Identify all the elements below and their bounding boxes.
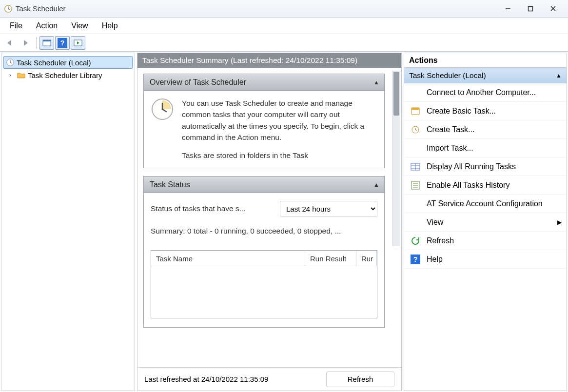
- menu-action[interactable]: Action: [29, 20, 64, 32]
- toolbar-properties-button[interactable]: [39, 36, 54, 50]
- actions-section-label: Task Scheduler (Local): [409, 71, 486, 80]
- overview-paragraph-1: You can use Task Scheduler to create and…: [182, 98, 377, 143]
- actions-panel: Actions Task Scheduler (Local) ▲ Connect…: [404, 53, 567, 391]
- toolbar-separator: [36, 37, 37, 49]
- clock-small-icon: [410, 124, 421, 135]
- grid-icon: [410, 161, 421, 172]
- app-icon: [4, 4, 13, 13]
- task-table-header: Task Name Run Result Rur: [151, 251, 377, 266]
- help-icon: ?: [58, 38, 67, 48]
- calendar-icon: [410, 106, 421, 117]
- help-icon: ?: [410, 254, 421, 265]
- toolbar-help-button[interactable]: ?: [55, 36, 70, 50]
- chevron-right-icon: ▶: [557, 219, 562, 226]
- window-title: Task Scheduler: [16, 4, 497, 13]
- task-table: Task Name Run Result Rur: [151, 250, 377, 318]
- expander-icon[interactable]: ›: [9, 72, 15, 78]
- list-icon: [410, 180, 421, 191]
- toolbar: ?: [0, 34, 568, 52]
- tree-child[interactable]: › Task Scheduler Library: [3, 69, 133, 81]
- action-item-6[interactable]: AT Service Account Configuration: [404, 195, 567, 213]
- tree-root-label: Task Scheduler (Local): [17, 59, 91, 67]
- close-button[interactable]: [542, 1, 564, 16]
- svg-rect-2: [529, 6, 533, 11]
- overview-title: Overview of Task Scheduler: [150, 78, 246, 87]
- action-item-label: Enable All Tasks History: [427, 181, 509, 190]
- action-item-label: Import Task...: [427, 144, 473, 153]
- svg-rect-6: [43, 40, 51, 41]
- action-item-2[interactable]: Create Task...: [404, 120, 567, 139]
- menu-bar: File Action View Help: [0, 18, 568, 34]
- actions-section-header[interactable]: Task Scheduler (Local) ▲: [404, 68, 567, 83]
- main-area: Task Scheduler (Local) › Task Scheduler …: [0, 52, 568, 392]
- scrollbar[interactable]: [392, 71, 400, 246]
- action-item-label: AT Service Account Configuration: [427, 199, 543, 208]
- action-item-label: Help: [427, 255, 443, 264]
- minimize-button[interactable]: [497, 1, 519, 16]
- th-run-result[interactable]: Run Result: [305, 251, 356, 266]
- action-item-8[interactable]: Refresh: [404, 232, 567, 250]
- collapse-icon[interactable]: ▲: [373, 79, 379, 86]
- overview-card: Overview of Task Scheduler ▲ You can use…: [143, 74, 385, 168]
- last-refreshed-label: Last refreshed at 24/10/2022 11:35:09: [144, 375, 268, 383]
- action-item-9[interactable]: ?Help: [404, 250, 567, 269]
- overview-header[interactable]: Overview of Task Scheduler ▲: [144, 74, 384, 91]
- scrollbar-thumb[interactable]: [393, 72, 399, 116]
- collapse-icon[interactable]: ▲: [373, 181, 379, 188]
- th-run[interactable]: Rur: [356, 251, 377, 266]
- status-card: Task Status ▲ Status of tasks that have …: [143, 176, 385, 328]
- title-bar: Task Scheduler: [0, 0, 568, 18]
- svg-rect-11: [411, 108, 419, 110]
- action-item-0[interactable]: Connect to Another Computer...: [404, 83, 567, 102]
- status-label: Status of tasks that have s...: [151, 203, 271, 214]
- nav-forward-button[interactable]: [19, 36, 33, 50]
- tree-root[interactable]: Task Scheduler (Local): [3, 56, 133, 69]
- refresh-button[interactable]: Refresh: [326, 372, 394, 387]
- action-item-label: Create Basic Task...: [427, 107, 496, 116]
- status-header[interactable]: Task Status ▲: [144, 176, 384, 193]
- action-item-label: Refresh: [427, 236, 454, 245]
- action-item-label: Create Task...: [427, 125, 474, 134]
- status-summary: Summary: 0 total - 0 running, 0 succeede…: [151, 225, 377, 236]
- th-task-name[interactable]: Task Name: [151, 251, 305, 266]
- action-item-3[interactable]: Import Task...: [404, 139, 567, 157]
- tree-panel: Task Scheduler (Local) › Task Scheduler …: [1, 53, 135, 391]
- action-item-label: View: [427, 218, 443, 227]
- summary-header: Task Scheduler Summary (Last refreshed: …: [137, 53, 401, 68]
- status-period-select[interactable]: Last 24 hours: [280, 201, 377, 216]
- menu-file[interactable]: File: [3, 20, 29, 32]
- folder-icon: [17, 71, 26, 79]
- collapse-icon[interactable]: ▲: [556, 72, 562, 79]
- summary-body: Overview of Task Scheduler ▲ You can use…: [137, 68, 401, 367]
- menu-help[interactable]: Help: [95, 20, 125, 32]
- nav-back-button[interactable]: [3, 36, 18, 50]
- menu-view[interactable]: View: [64, 20, 95, 32]
- action-item-4[interactable]: Display All Running Tasks: [404, 157, 567, 176]
- clock-icon: [6, 58, 15, 67]
- center-footer: Last refreshed at 24/10/2022 11:35:09 Re…: [137, 367, 401, 391]
- center-panel: Task Scheduler Summary (Last refreshed: …: [137, 53, 402, 391]
- action-item-7[interactable]: View▶: [404, 213, 567, 232]
- status-title: Task Status: [150, 180, 190, 189]
- actions-title: Actions: [404, 53, 567, 68]
- action-item-5[interactable]: Enable All Tasks History: [404, 176, 567, 195]
- tree-child-label: Task Scheduler Library: [28, 71, 102, 79]
- toolbar-run-button[interactable]: [71, 36, 85, 50]
- overview-paragraph-2: Tasks are stored in folders in the Task: [182, 150, 377, 161]
- action-item-label: Connect to Another Computer...: [427, 88, 536, 97]
- action-item-label: Display All Running Tasks: [427, 162, 516, 171]
- maximize-button[interactable]: [519, 1, 542, 16]
- actions-list: Connect to Another Computer...Create Bas…: [404, 83, 567, 391]
- action-item-1[interactable]: Create Basic Task...: [404, 102, 567, 120]
- refresh-icon: [410, 235, 421, 246]
- large-clock-icon: [151, 98, 174, 121]
